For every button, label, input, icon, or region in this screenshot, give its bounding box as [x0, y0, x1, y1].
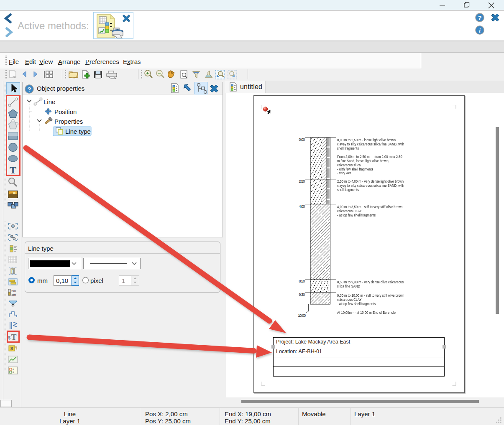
- svg-text:10,00: 10,00: [298, 313, 306, 318]
- svg-text:2,50: 2,50: [299, 179, 305, 183]
- svg-text:8,50: 8,50: [299, 279, 305, 283]
- svg-text:T: T: [10, 165, 16, 176]
- svg-text:?: ?: [478, 14, 481, 21]
- svg-text:0,00: 0,00: [299, 137, 305, 142]
- svg-text:$: $: [10, 346, 13, 351]
- svg-text:2m: 2m: [11, 289, 16, 293]
- svg-text:4m: 4m: [11, 293, 16, 297]
- svg-text:$: $: [8, 336, 10, 340]
- svg-text:?: ?: [27, 86, 31, 93]
- svg-text:4,00: 4,00: [299, 204, 305, 209]
- svg-text:9,30: 9,30: [299, 292, 305, 297]
- svg-text:T: T: [11, 333, 17, 341]
